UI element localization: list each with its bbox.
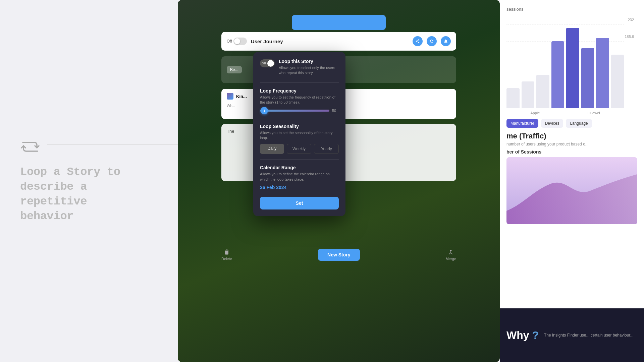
slider-max-label: 50 [332,109,339,113]
tab-devices[interactable]: Devices [541,119,564,128]
journey-toggle[interactable]: Off [227,38,247,45]
tab-row: Manufacturer Devices Language [506,119,637,128]
new-story-button[interactable]: New Story [318,249,360,261]
loop-toggle-label: Off [262,62,266,65]
loop-this-story-title: Loop this Story [279,59,339,64]
card-text: The [227,129,234,134]
grid-line-1 [506,24,624,25]
kinsta-description: Wh... [227,104,235,108]
top-bar [245,15,433,32]
loop-frequency-section: Loop Frequency Allows you to set the fre… [260,88,339,113]
season-daily-button[interactable]: Daily [260,144,284,154]
bottom-chart-curve [506,171,637,224]
top-action-button[interactable] [292,15,386,30]
chart-label-apple: Apple [530,111,540,115]
why-label: Why ? [506,329,539,342]
kinsta-logo [227,93,233,100]
refresh-icon-btn[interactable] [427,36,437,46]
user-journey-bar: Off User Journey [221,32,456,51]
loop-seasonality-desc: Allows you to set the seasonality of the… [260,130,339,141]
sessions-sub-label: ber of Sessions [506,149,637,155]
left-panel: Loop a Story to describe a repetitive be… [0,0,178,362]
divider-1 [260,82,339,83]
bottom-chart-area [506,157,637,224]
tab-manufacturer[interactable]: Manufacturer [506,119,538,128]
sessions-label: sessions [506,7,637,12]
why-question-mark: ? [532,329,539,341]
title-line-3: behavior [20,210,73,223]
merge-label: Merge [446,257,456,261]
toggle-off-label: Off [227,39,232,44]
loop-slider-row: 1 50 [260,109,339,113]
why-section: Why ? The Insights Finder use... certain… [500,308,644,362]
loop-frequency-desc: Allows you to set the frequency of repet… [260,95,339,105]
repeat-icon-container [20,138,158,157]
bar-chart-container: 232 185.6 Apple Huawei [506,14,637,115]
loop-seasonality-section: Loop Seasonality Allows you to set the s… [260,124,339,154]
bar-4 [551,41,565,108]
set-button[interactable]: Set [260,197,339,209]
loop-frequency-title: Loop Frequency [260,88,339,94]
y-axis-mid: 185.6 [625,35,634,39]
calendar-range-title: Calendar Range [260,165,339,170]
main-ui-panel: Off User Journey Be... Kin... Wh... The [178,0,500,362]
bar-chart [506,28,624,108]
repeat-icon [20,138,40,155]
bar-5 [566,28,579,108]
title-line-2: describe a repetitive [20,180,87,208]
loop-seasonality-title: Loop Seasonality [260,124,339,129]
bar-1 [506,88,520,108]
tab-language-label: Language [570,121,588,126]
chart-x-labels: Apple Huawei [506,111,624,115]
traffic-description: number of users using your product based… [506,142,637,146]
bar-2 [522,81,535,108]
traffic-title: me (Traffic) [506,132,637,140]
delete-button[interactable]: Delete [221,249,232,261]
slider-thumb: 1 [261,107,268,114]
loop-popup: Off Loop this Story Allows you to select… [253,52,345,216]
bar-6 [581,48,594,108]
season-yearly-button[interactable]: Yearly [314,144,339,154]
user-journey-title: User Journey [251,39,409,44]
divider-2 [260,118,339,118]
story-pill-label: Be... [230,67,238,72]
title-line-1: Loop a Story to [20,166,120,178]
season-weekly-button[interactable]: Weekly [287,144,312,154]
bottom-action-bar: Delete New Story Merge [221,243,456,266]
y-axis-top: 232 [628,18,634,22]
bar-3 [536,75,549,108]
story-pill[interactable]: Be... [227,66,242,73]
why-text-main: Why [506,329,532,341]
share-icon-btn[interactable] [413,36,423,46]
loop-frequency-slider[interactable]: 1 [260,110,329,112]
loop-this-story-desc: Allows you to select only the users who … [279,65,339,76]
tab-language[interactable]: Language [566,119,592,128]
bell-icon-btn[interactable] [441,36,451,46]
loop-toggle-area[interactable]: Off [260,59,275,67]
loop-toggle-track[interactable]: Off [260,59,275,67]
feature-description: Loop a Story to describe a repetitive be… [20,165,158,224]
tab-devices-label: Devices [545,121,559,126]
bar-7 [596,38,609,108]
loop-toggle-thumb [267,60,274,67]
analytics-panel: sessions 232 185.6 Apple Huawei Ma [500,0,644,362]
calendar-range-section: Calendar Range Allows you to define the … [260,165,339,190]
calendar-date[interactable]: 26 Feb 2024 [260,185,339,190]
why-description: The Insights Finder use... certain user … [544,332,634,338]
delete-label: Delete [221,257,232,261]
calendar-range-desc: Allows you to define the calendar range … [260,172,339,182]
divider-3 [260,159,339,160]
kinsta-name: Kin... [236,94,247,99]
loop-this-story-section: Off Loop this Story Allows you to select… [260,59,339,76]
section-divider [47,144,178,144]
toggle-thumb [234,38,240,44]
bar-8 [611,55,624,108]
toggle-track[interactable] [233,38,247,45]
chart-label-huawei: Huawei [588,111,600,115]
merge-button[interactable]: Merge [446,249,456,261]
loop-this-story-text: Loop this Story Allows you to select onl… [279,59,339,76]
tab-manufacturer-label: Manufacturer [511,121,534,126]
seasonality-buttons: Daily Weekly Yearly [260,144,339,154]
